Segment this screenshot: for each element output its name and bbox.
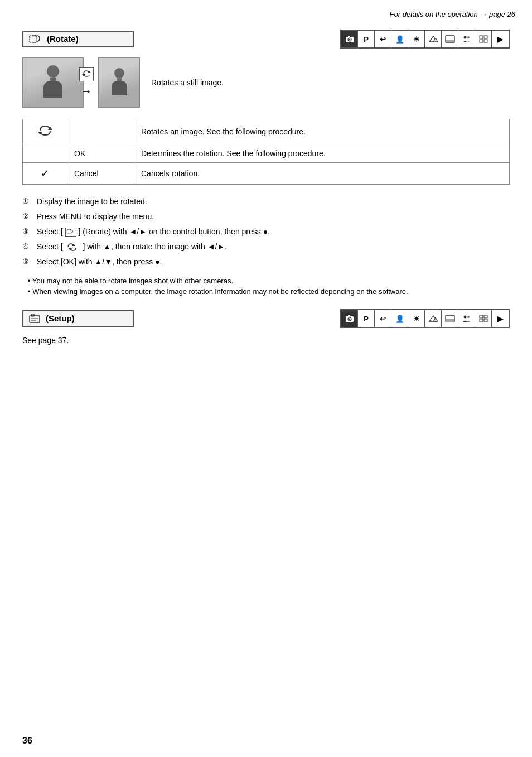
rotate-description: Rotates a still image. <box>151 78 224 87</box>
mode-grid <box>475 31 492 47</box>
ok-label-cell: OK <box>67 144 134 163</box>
svg-point-10 <box>467 36 470 38</box>
note-1: • You may not be able to rotate images s… <box>22 277 510 285</box>
cancel-desc-cell: Cancels rotation. <box>134 163 510 185</box>
silhouette-before <box>43 65 62 98</box>
setup-mode-turn: ↩ <box>375 310 391 327</box>
setup-mode-icons: P ↩ 👤 ☀ <box>340 309 510 328</box>
neck-after <box>117 78 122 81</box>
page-header: For details on the operation → page 26 <box>0 0 532 24</box>
svg-point-35 <box>467 316 470 318</box>
rotate-mode-icons: P ↩ 👤 ☀ <box>340 30 510 49</box>
svg-marker-31 <box>433 317 438 321</box>
main-content: (Rotate) P ↩ 👤 ☀ <box>0 24 532 367</box>
step-2: ② Press MENU to display the menu. <box>22 211 510 223</box>
rotate-desc-cell: Rotates an image. See the following proc… <box>134 119 510 144</box>
cancel-label-cell: Cancel <box>67 163 134 185</box>
setup-mode-sun: ☀ <box>408 310 425 327</box>
step-2-text: Press MENU to display the menu. <box>37 211 154 223</box>
rotate-title-label: (Rotate) <box>47 34 79 44</box>
cancel-icon-cell: ✓ <box>23 163 67 185</box>
mode-turn: ↩ <box>375 31 391 47</box>
checkmark-icon: ✓ <box>41 168 49 179</box>
rotate-description-text: Rotates a still image. <box>151 78 224 87</box>
header-text: For details on the operation → page 26 <box>390 10 515 18</box>
photo-face-before <box>23 58 83 107</box>
step-1: ① Display the image to be rotated. <box>22 196 510 208</box>
setup-title-box: (Setup) <box>22 310 134 327</box>
mode-p: P <box>358 31 375 47</box>
mode-person: 👤 <box>391 31 408 47</box>
svg-rect-23 <box>31 314 34 316</box>
setup-mode-p: P <box>358 310 375 327</box>
svg-rect-8 <box>446 40 454 42</box>
svg-rect-37 <box>484 315 487 318</box>
setup-mode-camera <box>341 310 358 327</box>
body-after <box>112 81 127 95</box>
mode-mountain <box>425 31 442 47</box>
svg-point-3 <box>349 39 350 41</box>
head-before <box>47 65 59 78</box>
setup-icon <box>29 314 42 324</box>
svg-rect-36 <box>480 315 483 318</box>
svg-rect-22 <box>30 316 40 322</box>
step-3-text: Select [ ] (Rotate) with ◄/► on the cont… <box>37 226 270 238</box>
setup-title-label: (Setup) <box>46 314 75 323</box>
see-page-text: See page 37. <box>22 336 510 345</box>
step-4: ④ Select [ ] with ▲, then rotate the ima… <box>22 241 510 253</box>
svg-rect-29 <box>348 315 350 317</box>
silhouette-after <box>112 68 127 95</box>
svg-rect-39 <box>484 319 487 322</box>
head-after <box>114 68 124 78</box>
rotate-label-cell <box>67 119 134 144</box>
step-4-number: ④ <box>22 241 33 252</box>
step-1-number: ① <box>22 196 33 207</box>
svg-point-9 <box>463 36 466 39</box>
rotate-direction-icon <box>79 67 94 81</box>
setup-mode-grid <box>475 310 492 327</box>
photo-after <box>98 57 140 108</box>
setup-mode-play: ▶ <box>492 310 509 327</box>
rotate-section-bar: (Rotate) P ↩ 👤 ☀ <box>22 30 510 49</box>
ok-icon-cell <box>23 144 67 163</box>
rotate-arrows-icon-cell <box>23 119 67 144</box>
svg-rect-12 <box>484 36 487 38</box>
svg-rect-38 <box>480 319 483 322</box>
svg-rect-11 <box>480 36 483 38</box>
notes-section: • You may not be able to rotate images s… <box>22 277 510 296</box>
svg-rect-0 <box>30 36 37 42</box>
svg-point-28 <box>349 319 350 320</box>
svg-marker-6 <box>433 38 438 42</box>
svg-rect-4 <box>348 36 350 37</box>
svg-rect-33 <box>446 319 454 322</box>
setup-mode-people <box>458 310 475 327</box>
table-row-cancel: ✓ Cancel Cancels rotation. <box>23 163 510 185</box>
step-3-number: ③ <box>22 226 33 237</box>
page-number: 36 <box>22 736 32 746</box>
table-row-ok: OK Determines the rotation. See the foll… <box>23 144 510 163</box>
body-before <box>43 81 62 98</box>
svg-rect-14 <box>484 40 487 42</box>
photo-face-after <box>99 58 139 107</box>
steps-list: ① Display the image to be rotated. ② Pre… <box>22 196 510 268</box>
ok-desc-cell: Determines the rotation. See the followi… <box>134 144 510 163</box>
function-table: Rotates an image. See the following proc… <box>22 119 510 185</box>
rotate-title-box: (Rotate) <box>22 31 134 47</box>
step-1-text: Display the image to be rotated. <box>37 196 147 208</box>
photo-before <box>22 57 84 108</box>
step-5-number: ⑤ <box>22 256 33 267</box>
step-3: ③ Select [ ] (Rotate) with ◄/► on the co… <box>22 226 510 238</box>
mode-camera <box>341 31 358 47</box>
rotate-icon <box>29 34 43 44</box>
step-2-number: ② <box>22 211 33 222</box>
setup-mode-landscape <box>442 310 458 327</box>
setup-mode-mountain <box>425 310 442 327</box>
table-row-rotate: Rotates an image. See the following proc… <box>23 119 510 144</box>
step-4-text: Select [ ] with ▲, then rotate the image… <box>37 241 227 253</box>
mode-landscape <box>442 31 458 47</box>
mode-play: ▶ <box>492 31 509 47</box>
rotate-demo: → Rotates a still image. <box>22 57 510 108</box>
note-2: • When viewing images on a computer, the… <box>22 287 510 296</box>
svg-rect-13 <box>480 40 483 42</box>
step-5-text: Select [OK] with ▲/▼, then press ●. <box>37 256 162 268</box>
